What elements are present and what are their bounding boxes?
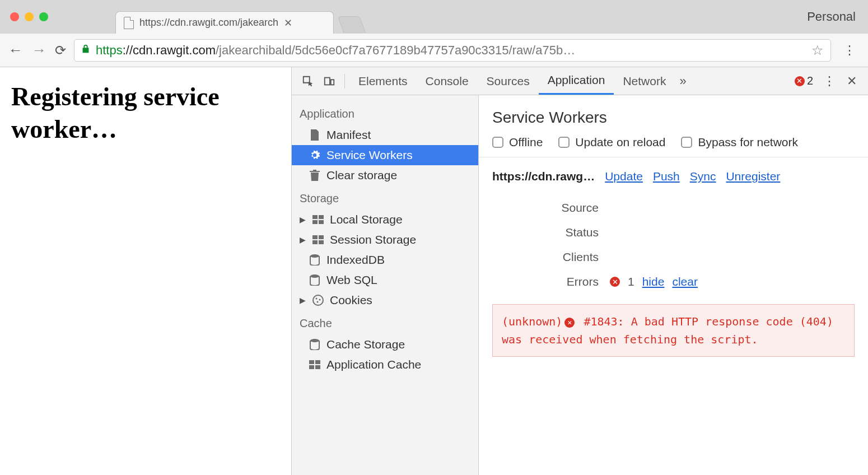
bookmark-star-icon[interactable]: ☆: [811, 43, 824, 58]
new-tab-button[interactable]: [338, 16, 366, 33]
tab-console[interactable]: Console: [417, 67, 478, 95]
sidebar-item-manifest[interactable]: Manifest: [292, 125, 478, 145]
separator: [344, 74, 345, 89]
sidebar-item-session-storage[interactable]: ▶ Session Storage: [292, 230, 478, 250]
link-unregister[interactable]: Unregister: [726, 170, 780, 183]
window-zoom-button[interactable]: [39, 12, 48, 21]
sidebar-label: Cookies: [330, 294, 372, 307]
checkbox-offline[interactable]: Offline: [492, 136, 543, 149]
more-tabs-icon[interactable]: »: [675, 74, 690, 89]
browser-tab[interactable]: https://cdn.rawgit.com/jakearch ✕: [115, 11, 334, 34]
error-counter[interactable]: ✕ 2: [795, 74, 813, 87]
page-icon: [124, 17, 134, 29]
sidebar-label: Web SQL: [326, 273, 377, 287]
link-clear-errors[interactable]: clear: [672, 275, 698, 288]
link-hide-errors[interactable]: hide: [642, 275, 665, 288]
sidebar-item-cookies[interactable]: ▶ Cookies: [292, 290, 478, 310]
panel-title: Service Workers: [479, 95, 868, 136]
svg-rect-1: [331, 80, 334, 85]
sidebar-label: IndexedDB: [326, 253, 385, 267]
grid-icon: [312, 213, 324, 226]
sidebar-label: Manifest: [326, 128, 371, 142]
checkbox-bypass-for-network[interactable]: Bypass for network: [681, 136, 798, 149]
sw-origin: https://cdn.rawg…: [492, 170, 595, 183]
back-button[interactable]: ←: [8, 41, 24, 59]
error-count-value: 1: [628, 275, 634, 288]
caret-right-icon[interactable]: ▶: [300, 215, 306, 224]
error-icon: ✕: [795, 76, 805, 86]
sidebar-item-clear-storage[interactable]: Clear storage: [292, 165, 478, 185]
tab-elements[interactable]: Elements: [349, 67, 417, 95]
sidebar-label: Session Storage: [330, 233, 416, 246]
url-path: /jakearchibald/5dc56e0cf7a7677189b47757a…: [216, 43, 575, 57]
sidebar-label: Clear storage: [326, 169, 397, 182]
row-label-status: Status: [492, 226, 610, 239]
grid-icon: [309, 358, 321, 371]
sidebar-label: Service Workers: [326, 148, 413, 162]
page-heading: Registering service worker…: [11, 81, 280, 145]
page-content: Registering service worker…: [0, 67, 291, 475]
sidebar-item-application-cache[interactable]: Application Cache: [292, 355, 478, 375]
link-update[interactable]: Update: [605, 170, 643, 183]
tab-close-icon[interactable]: ✕: [284, 17, 292, 29]
gear-icon: [309, 149, 321, 161]
sidebar-group-storage: Storage: [292, 185, 478, 209]
svg-point-2: [310, 254, 319, 258]
sidebar-label: Local Storage: [330, 213, 403, 226]
database-icon: [309, 274, 321, 286]
row-label-errors: Errors: [492, 275, 610, 288]
chrome-menu-button[interactable]: ⋮: [839, 43, 860, 58]
tab-application[interactable]: Application: [539, 67, 614, 95]
forward-button[interactable]: →: [31, 41, 47, 59]
error-source: (unknown): [502, 315, 562, 328]
reload-button[interactable]: ⟳: [55, 43, 66, 58]
devtools-menu-icon[interactable]: ⋮: [818, 74, 841, 89]
url-text: https://cdn.rawgit.com/jakearchibald/5dc…: [96, 43, 575, 58]
svg-point-4: [313, 295, 323, 305]
database-icon: [309, 338, 321, 351]
error-icon: ✕: [610, 277, 620, 287]
trash-icon: [309, 169, 321, 181]
row-label-source: Source: [492, 201, 610, 215]
tab-sources[interactable]: Sources: [478, 67, 539, 95]
tab-title: https://cdn.rawgit.com/jakearch: [139, 17, 278, 29]
sidebar-item-websql[interactable]: Web SQL: [292, 270, 478, 290]
sidebar-item-indexeddb[interactable]: IndexedDB: [292, 250, 478, 270]
svg-point-6: [319, 299, 321, 301]
window-close-button[interactable]: [10, 12, 19, 21]
sidebar-item-local-storage[interactable]: ▶ Local Storage: [292, 209, 478, 230]
inspect-element-icon[interactable]: [300, 73, 316, 90]
address-bar[interactable]: https://cdn.rawgit.com/jakearchibald/5dc…: [74, 39, 831, 62]
error-message-box: (unknown)✕ #1843: A bad HTTP response co…: [492, 304, 855, 357]
tab-network[interactable]: Network: [614, 67, 675, 95]
sidebar-group-application: Application: [292, 101, 478, 125]
svg-point-3: [310, 274, 319, 278]
link-push[interactable]: Push: [653, 170, 680, 183]
error-count: 2: [807, 74, 813, 87]
cookie-icon: [312, 294, 324, 306]
grid-icon: [312, 234, 324, 246]
sidebar-item-cache-storage[interactable]: Cache Storage: [292, 334, 478, 355]
url-scheme: https: [96, 43, 123, 57]
svg-rect-0: [325, 77, 330, 85]
lock-icon: [81, 44, 90, 57]
device-toolbar-icon[interactable]: [321, 73, 338, 90]
devtools-close-icon[interactable]: ✕: [841, 74, 862, 89]
sidebar-item-service-workers[interactable]: Service Workers: [292, 145, 478, 165]
sidebar-label: Application Cache: [326, 358, 421, 371]
profile-label[interactable]: Personal: [807, 10, 862, 24]
caret-right-icon[interactable]: ▶: [300, 296, 306, 305]
svg-point-7: [317, 301, 319, 303]
row-label-clients: Clients: [492, 250, 610, 264]
checkbox-update-on-reload[interactable]: Update on reload: [558, 136, 665, 149]
link-sync[interactable]: Sync: [690, 170, 716, 183]
sidebar-group-cache: Cache: [292, 310, 478, 334]
error-icon: ✕: [564, 318, 575, 328]
svg-point-8: [310, 339, 319, 342]
database-icon: [309, 254, 321, 266]
caret-right-icon[interactable]: ▶: [300, 235, 306, 244]
sidebar-label: Cache Storage: [326, 338, 405, 351]
window-minimize-button[interactable]: [25, 12, 34, 21]
svg-point-5: [316, 298, 318, 300]
url-host: ://cdn.rawgit.com: [123, 43, 216, 57]
